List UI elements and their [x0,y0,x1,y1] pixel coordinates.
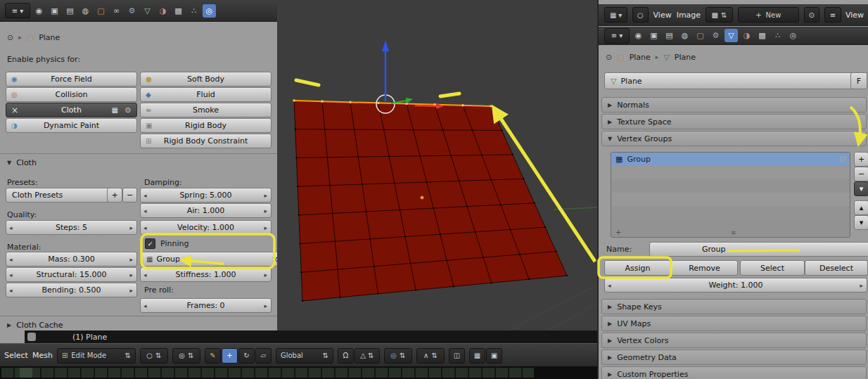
smoke-button[interactable]: ≈ Smoke [140,103,272,117]
section-normals[interactable]: ▶ Normals [601,97,867,113]
texture-tab[interactable]: ▩ [755,29,769,42]
material-tab[interactable]: ◑ [156,4,170,18]
breadcrumb-object[interactable]: Plane [39,33,60,42]
physics-tab[interactable]: ◎ [786,29,800,42]
increment-icon[interactable]: ▸ [264,188,267,202]
render-tab[interactable]: ◉ [32,4,46,18]
camera-icon[interactable]: ▦ [112,106,118,114]
corner-view-menu[interactable]: View [845,11,864,20]
physics-tab[interactable]: ◎ [203,4,216,18]
increment-icon[interactable]: ▸ [264,221,267,234]
section-shape-keys[interactable]: ▶ Shape Keys [601,299,867,314]
pin-image-button[interactable]: ⊙ [804,7,819,23]
x-icon[interactable]: × [11,105,18,115]
remove-vertex-group-button[interactable]: − [854,167,868,181]
increment-icon[interactable]: ▸ [129,252,133,266]
section-vertex-colors[interactable]: ▶ Vertex Colors [601,333,867,348]
manipulator-rotate-button[interactable]: ↻ [238,348,255,364]
resize-grip-icon[interactable]: ≡ [731,229,736,236]
mass-slider[interactable]: ◂ Mass: 0.300 ▸ [6,252,137,266]
weight-slider[interactable]: ◂ Weight: 1.000 ▸ [604,278,867,293]
timeline-strip[interactable] [0,366,597,379]
add-preset-button[interactable]: + [107,188,122,203]
cloth-button[interactable]: × Cloth ▦ ⊙ [6,103,137,117]
manipulator-scale-button[interactable]: ▱ [255,348,272,364]
render-tab[interactable]: ◉ [632,29,645,42]
scene-tab[interactable]: ▤ [63,4,77,18]
assign-button[interactable]: Assign [604,260,671,276]
group-name-field[interactable]: Group [649,242,868,257]
image-datablock-dropdown[interactable]: ▩ ⇅ [706,7,733,23]
constraints-tab[interactable]: ∞ [110,4,123,18]
particles-tab[interactable]: ∴ [771,29,784,42]
decrement-icon[interactable]: ◂ [143,299,147,312]
snap-magnet-button[interactable]: Ω [338,348,354,364]
stiffness-slider[interactable]: ◂ Stiffness: 1.000 ▸ [140,267,272,282]
decrement-icon[interactable]: ◂ [143,188,147,202]
cloth-cache-panel-header[interactable]: ▶ Cloth Cache [7,321,63,330]
select-menu[interactable]: Select [4,351,28,360]
scene-tab[interactable]: ▤ [663,29,676,42]
decrement-icon[interactable]: ◂ [608,278,611,292]
vertex-group-specials-button[interactable]: ▾ [854,181,868,196]
occlude-geometry-button[interactable]: ◫ [449,348,465,364]
remove-preset-button[interactable]: − [122,188,137,203]
world-tab[interactable]: ◍ [79,4,92,18]
x-axis-manipulator[interactable] [415,105,437,106]
increment-icon[interactable]: ▸ [264,204,267,217]
opengl-render-button[interactable]: ▦ [469,348,485,364]
increment-icon[interactable]: ▸ [860,278,863,292]
remove-button[interactable]: Remove [671,260,738,276]
increment-icon[interactable]: ▸ [129,268,133,281]
increment-icon[interactable]: ▸ [129,283,133,297]
section-texture-space[interactable]: ▶ Texture Space [601,114,867,129]
rigid-body-constraint-button[interactable]: ⊞ Rigid Body Constraint [140,134,272,148]
proportional-dropdown[interactable]: ◎ ⇅ [384,348,412,364]
panel-expand-handle[interactable] [27,333,36,341]
section-geometry-data[interactable]: ▶ Geometry Data [601,349,867,365]
editor-type-button[interactable]: ≡ ▾ [604,28,630,44]
steps-slider[interactable]: ◂ Steps: 5 ▸ [6,220,137,235]
dynamic-paint-button[interactable]: ◑ Dynamic Paint [6,118,137,133]
air-slider[interactable]: ◂ Air: 1.000 ▸ [140,203,272,218]
pivot-dropdown[interactable]: ◎ ⇅ [172,348,200,364]
object-tab[interactable]: ▢ [94,4,108,18]
force-field-button[interactable]: ◉ Force Field [6,72,137,86]
section-vertex-groups[interactable]: ▼ Vertex Groups [601,131,867,146]
view-menu[interactable]: View [653,11,672,20]
pinning-checkbox[interactable]: ✓ [145,238,155,249]
datablock-name-field[interactable]: ▽ Plane [604,72,860,89]
decrement-icon[interactable]: ◂ [143,221,147,234]
cloth-panel-header[interactable]: ▼ Cloth [7,158,37,167]
pin-group-field[interactable]: ▦ Group × [140,252,283,266]
structural-slider[interactable]: ◂ Structural: 15.000 ▸ [6,267,137,282]
list-filter-icon[interactable]: + [615,229,621,236]
decrement-icon[interactable]: ◂ [9,221,13,234]
increment-icon[interactable]: ▸ [264,268,267,281]
falloff-dropdown[interactable]: ∧ ⇅ [416,348,445,364]
world-tab[interactable]: ◍ [678,29,691,42]
modifiers-tab[interactable]: ⚙ [709,29,722,42]
breadcrumb-data[interactable]: Plane [675,53,696,62]
velocity-slider[interactable]: ◂ Velocity: 1.000 ▸ [140,220,272,235]
snap-element-dropdown[interactable]: △⇅ [355,348,380,364]
orientation-dropdown[interactable]: Global ⇅ [276,348,333,364]
spring-slider[interactable]: ◂ Spring: 5.000 ▸ [140,188,272,203]
image-menu[interactable]: Image [677,11,701,20]
section-custom-properties[interactable]: ▶ Custom Properties [601,366,867,379]
cloth-presets-dropdown[interactable]: Cloth Presets ⇅ [6,188,117,203]
particles-tab[interactable]: ∴ [187,4,200,18]
rigid-body-button[interactable]: ▣ Rigid Body [140,118,272,133]
fake-user-button[interactable]: F [850,72,867,89]
data-tab[interactable]: ▽ [141,4,154,18]
pin-icon[interactable]: ⊙ [7,33,13,42]
editor-type-button[interactable]: ▦ ▾ [604,7,627,23]
data-tab[interactable]: ▽ [725,29,738,42]
vertex-group-row[interactable]: ▦ Group ⊡ [611,153,850,166]
collision-button[interactable]: ◎ Collision [6,87,137,102]
manipulator-translate-button[interactable]: + [222,348,238,364]
3d-viewport[interactable] [277,0,597,330]
render-layers-tab[interactable]: ▣ [647,29,660,42]
material-tab[interactable]: ◑ [740,29,753,42]
corner-editor-type-button[interactable]: ≡ [824,7,841,23]
